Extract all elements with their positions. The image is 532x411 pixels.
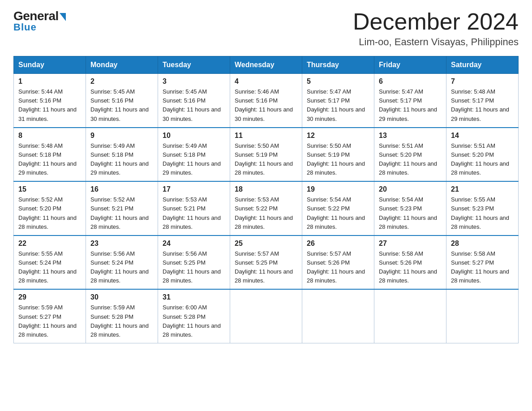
calendar-cell: 22 Sunrise: 5:55 AM Sunset: 5:24 PM Dayl… <box>14 235 86 290</box>
day-info: Sunrise: 5:45 AM Sunset: 5:16 PM Dayligh… <box>163 87 225 124</box>
logo: General Blue <box>13 9 66 33</box>
day-number: 10 <box>163 132 225 140</box>
calendar-cell <box>446 289 519 343</box>
calendar-cell: 25 Sunrise: 5:57 AM Sunset: 5:25 PM Dayl… <box>230 235 302 290</box>
day-info: Sunrise: 5:58 AM Sunset: 5:27 PM Dayligh… <box>451 249 514 286</box>
day-number: 8 <box>18 132 81 140</box>
calendar-week-4: 22 Sunrise: 5:55 AM Sunset: 5:24 PM Dayl… <box>14 235 519 290</box>
day-info: Sunrise: 5:56 AM Sunset: 5:25 PM Dayligh… <box>163 249 225 286</box>
day-number: 19 <box>307 185 369 193</box>
calendar-cell: 18 Sunrise: 5:53 AM Sunset: 5:22 PM Dayl… <box>230 181 302 235</box>
day-info: Sunrise: 5:49 AM Sunset: 5:18 PM Dayligh… <box>163 141 225 178</box>
day-number: 17 <box>163 185 225 193</box>
day-number: 6 <box>379 77 442 86</box>
calendar-cell: 5 Sunrise: 5:47 AM Sunset: 5:17 PM Dayli… <box>302 74 374 128</box>
month-title: December 2024 <box>353 9 519 34</box>
day-info: Sunrise: 5:54 AM Sunset: 5:22 PM Dayligh… <box>307 195 369 231</box>
day-number: 29 <box>18 293 81 301</box>
day-number: 20 <box>379 185 442 193</box>
weekday-header-saturday: Saturday <box>446 56 519 74</box>
logo-blue: Blue <box>13 21 37 33</box>
weekday-header-thursday: Thursday <box>302 56 374 74</box>
calendar-cell: 17 Sunrise: 5:53 AM Sunset: 5:21 PM Dayl… <box>158 181 230 235</box>
calendar-week-5: 29 Sunrise: 5:59 AM Sunset: 5:27 PM Dayl… <box>14 289 519 343</box>
day-number: 14 <box>451 132 514 140</box>
day-info: Sunrise: 5:55 AM Sunset: 5:23 PM Dayligh… <box>451 195 514 231</box>
day-number: 27 <box>379 240 442 248</box>
day-info: Sunrise: 5:52 AM Sunset: 5:21 PM Dayligh… <box>90 195 153 231</box>
day-info: Sunrise: 5:55 AM Sunset: 5:24 PM Dayligh… <box>18 249 81 286</box>
day-number: 23 <box>90 240 153 248</box>
day-info: Sunrise: 5:51 AM Sunset: 5:20 PM Dayligh… <box>379 141 442 178</box>
calendar-cell <box>302 289 374 343</box>
day-info: Sunrise: 5:59 AM Sunset: 5:28 PM Dayligh… <box>90 303 153 339</box>
day-info: Sunrise: 5:56 AM Sunset: 5:24 PM Dayligh… <box>90 249 153 286</box>
calendar-table: SundayMondayTuesdayWednesdayThursdayFrid… <box>13 56 519 343</box>
calendar-cell: 30 Sunrise: 5:59 AM Sunset: 5:28 PM Dayl… <box>86 289 158 343</box>
day-number: 11 <box>235 132 297 140</box>
calendar-cell <box>374 289 446 343</box>
weekday-header-monday: Monday <box>86 56 158 74</box>
day-number: 12 <box>307 132 369 140</box>
day-info: Sunrise: 5:44 AM Sunset: 5:16 PM Dayligh… <box>18 87 81 124</box>
day-number: 7 <box>451 77 514 86</box>
calendar-week-1: 1 Sunrise: 5:44 AM Sunset: 5:16 PM Dayli… <box>14 74 519 128</box>
day-number: 25 <box>235 240 297 248</box>
calendar-cell: 12 Sunrise: 5:50 AM Sunset: 5:19 PM Dayl… <box>302 128 374 182</box>
day-info: Sunrise: 5:54 AM Sunset: 5:23 PM Dayligh… <box>379 195 442 231</box>
calendar-cell: 31 Sunrise: 6:00 AM Sunset: 5:28 PM Dayl… <box>158 289 230 343</box>
day-number: 24 <box>163 240 225 248</box>
day-number: 3 <box>163 77 225 86</box>
title-block: December 2024 Lim-oo, Eastern Visayas, P… <box>353 9 519 48</box>
day-info: Sunrise: 5:59 AM Sunset: 5:27 PM Dayligh… <box>18 303 81 339</box>
day-number: 30 <box>90 293 153 301</box>
calendar-cell: 14 Sunrise: 5:51 AM Sunset: 5:20 PM Dayl… <box>446 128 519 182</box>
calendar-cell: 3 Sunrise: 5:45 AM Sunset: 5:16 PM Dayli… <box>158 74 230 128</box>
calendar-cell: 2 Sunrise: 5:45 AM Sunset: 5:16 PM Dayli… <box>86 74 158 128</box>
day-number: 28 <box>451 240 514 248</box>
calendar-cell: 11 Sunrise: 5:50 AM Sunset: 5:19 PM Dayl… <box>230 128 302 182</box>
day-info: Sunrise: 5:52 AM Sunset: 5:20 PM Dayligh… <box>18 195 81 231</box>
location-title: Lim-oo, Eastern Visayas, Philippines <box>353 36 519 48</box>
day-info: Sunrise: 5:57 AM Sunset: 5:25 PM Dayligh… <box>235 249 297 286</box>
calendar-week-2: 8 Sunrise: 5:48 AM Sunset: 5:18 PM Dayli… <box>14 128 519 182</box>
calendar-cell: 15 Sunrise: 5:52 AM Sunset: 5:20 PM Dayl… <box>14 181 86 235</box>
day-info: Sunrise: 5:57 AM Sunset: 5:26 PM Dayligh… <box>307 249 369 286</box>
day-info: Sunrise: 5:49 AM Sunset: 5:18 PM Dayligh… <box>90 141 153 178</box>
calendar-cell: 9 Sunrise: 5:49 AM Sunset: 5:18 PM Dayli… <box>86 128 158 182</box>
calendar-cell: 20 Sunrise: 5:54 AM Sunset: 5:23 PM Dayl… <box>374 181 446 235</box>
page-header: General Blue December 2024 Lim-oo, Easte… <box>13 9 519 48</box>
calendar-cell: 6 Sunrise: 5:47 AM Sunset: 5:17 PM Dayli… <box>374 74 446 128</box>
day-info: Sunrise: 5:50 AM Sunset: 5:19 PM Dayligh… <box>307 141 369 178</box>
calendar-cell: 19 Sunrise: 5:54 AM Sunset: 5:22 PM Dayl… <box>302 181 374 235</box>
calendar-cell: 7 Sunrise: 5:48 AM Sunset: 5:17 PM Dayli… <box>446 74 519 128</box>
day-info: Sunrise: 5:47 AM Sunset: 5:17 PM Dayligh… <box>307 87 369 124</box>
calendar-cell: 4 Sunrise: 5:46 AM Sunset: 5:16 PM Dayli… <box>230 74 302 128</box>
day-number: 15 <box>18 185 81 193</box>
weekday-header-friday: Friday <box>374 56 446 74</box>
day-number: 26 <box>307 240 369 248</box>
weekday-header-sunday: Sunday <box>14 56 86 74</box>
calendar-cell: 28 Sunrise: 5:58 AM Sunset: 5:27 PM Dayl… <box>446 235 519 290</box>
day-info: Sunrise: 5:48 AM Sunset: 5:18 PM Dayligh… <box>18 141 81 178</box>
day-number: 16 <box>90 185 153 193</box>
weekday-header-row: SundayMondayTuesdayWednesdayThursdayFrid… <box>14 56 519 74</box>
day-info: Sunrise: 5:46 AM Sunset: 5:16 PM Dayligh… <box>235 87 297 124</box>
calendar-cell: 13 Sunrise: 5:51 AM Sunset: 5:20 PM Dayl… <box>374 128 446 182</box>
day-info: Sunrise: 5:58 AM Sunset: 5:26 PM Dayligh… <box>379 249 442 286</box>
day-info: Sunrise: 5:48 AM Sunset: 5:17 PM Dayligh… <box>451 87 514 124</box>
calendar-week-3: 15 Sunrise: 5:52 AM Sunset: 5:20 PM Dayl… <box>14 181 519 235</box>
calendar-cell: 23 Sunrise: 5:56 AM Sunset: 5:24 PM Dayl… <box>86 235 158 290</box>
calendar-cell: 27 Sunrise: 5:58 AM Sunset: 5:26 PM Dayl… <box>374 235 446 290</box>
calendar-cell: 24 Sunrise: 5:56 AM Sunset: 5:25 PM Dayl… <box>158 235 230 290</box>
calendar-cell: 10 Sunrise: 5:49 AM Sunset: 5:18 PM Dayl… <box>158 128 230 182</box>
day-number: 13 <box>379 132 442 140</box>
day-number: 1 <box>18 77 81 86</box>
day-number: 22 <box>18 240 81 248</box>
calendar-cell: 26 Sunrise: 5:57 AM Sunset: 5:26 PM Dayl… <box>302 235 374 290</box>
calendar-cell: 21 Sunrise: 5:55 AM Sunset: 5:23 PM Dayl… <box>446 181 519 235</box>
day-number: 4 <box>235 77 297 86</box>
calendar-cell: 1 Sunrise: 5:44 AM Sunset: 5:16 PM Dayli… <box>14 74 86 128</box>
weekday-header-wednesday: Wednesday <box>230 56 302 74</box>
calendar-cell: 29 Sunrise: 5:59 AM Sunset: 5:27 PM Dayl… <box>14 289 86 343</box>
